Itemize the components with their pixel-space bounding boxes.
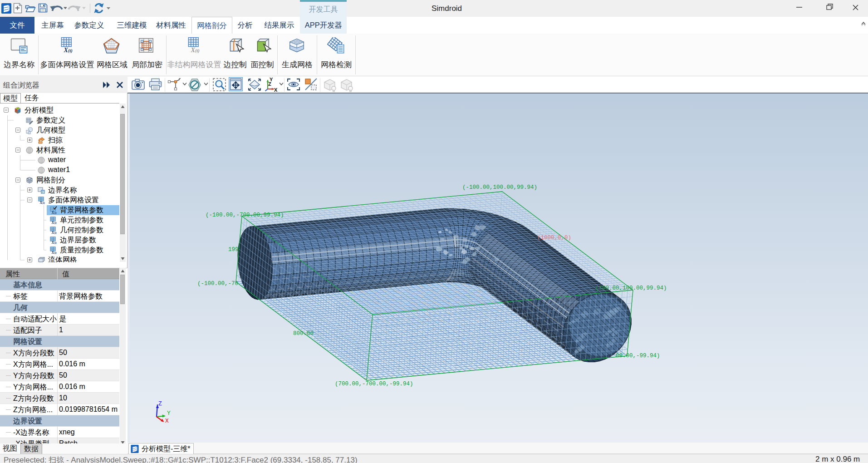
svg-text:X(t): X(t) <box>63 46 72 54</box>
svg-text:Y: Y <box>167 410 171 417</box>
svg-text:Z: Z <box>158 400 162 407</box>
svg-text:00.00,-99.94): 00.00,-99.94) <box>616 353 660 359</box>
svg-text:X: X <box>274 87 278 92</box>
svg-text:(-100.00,-70: (-100.00,-70 <box>197 281 238 287</box>
svg-text:199: 199 <box>228 246 239 253</box>
svg-text:(700.00,100.00,99.94): (700.00,100.00,99.94) <box>595 285 667 291</box>
svg-text:(1000,0,0): (1000,0,0) <box>537 235 571 241</box>
svg-text:X: X <box>165 418 169 424</box>
svg-text:(-100.00,100.00,99.94): (-100.00,100.00,99.94) <box>462 184 537 191</box>
svg-text:(-100.00,-700.00,99.94): (-100.00,-700.00,99.94) <box>206 212 284 218</box>
svg-text:(700.00,-700.00,-99.94): (700.00,-700.00,-99.94) <box>335 381 413 387</box>
svg-text:Z: Z <box>268 81 271 87</box>
svg-text:X(t): X(t) <box>190 46 199 54</box>
svg-text:800.00: 800.00 <box>293 330 314 337</box>
